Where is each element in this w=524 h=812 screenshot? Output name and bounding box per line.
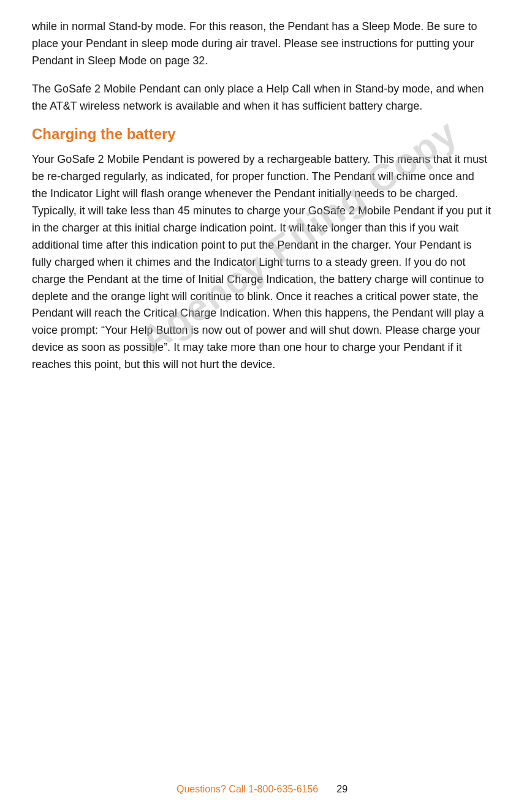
page-footer: Questions? Call 1-800-635-6156 29 <box>0 784 524 795</box>
intro-text-2: The GoSafe 2 Mobile Pendant can only pla… <box>32 81 492 115</box>
section-heading-charging: Charging the battery <box>32 126 492 143</box>
body-text-charging: Your GoSafe 2 Mobile Pendant is powered … <box>32 151 492 374</box>
intro-text-1: while in normal Stand-by mode. For this … <box>32 18 492 70</box>
footer-page-number: 29 <box>336 784 347 795</box>
page-container: while in normal Stand-by mode. For this … <box>0 0 524 812</box>
footer-contact: Questions? Call 1-800-635-6156 <box>177 784 318 795</box>
